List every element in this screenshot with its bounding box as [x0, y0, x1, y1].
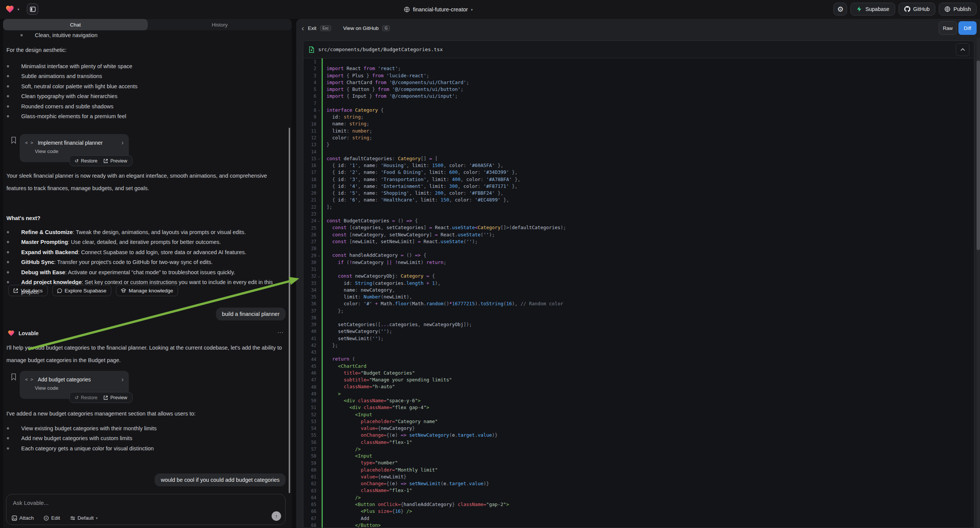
- bookmark-icon[interactable]: [11, 136, 17, 144]
- feature-bullets-list: View existing budget categories with the…: [0, 423, 281, 453]
- list-item: Debug with Ease: Activate our experiment…: [0, 267, 281, 277]
- lovable-heart-icon: [8, 329, 15, 337]
- code-line: 34 name: newCategory,: [304, 287, 974, 294]
- bookmark-icon[interactable]: [11, 373, 17, 381]
- code-line: 39 setCategories([...categories, newCate…: [304, 321, 974, 328]
- code-view-panel: ‹ Exit Esc View on GitHub G Raw Diff src…: [296, 19, 980, 528]
- list-item: Soft, neutral color palette with light b…: [0, 81, 281, 91]
- manage-knowledge-button[interactable]: Manage knowledge: [116, 285, 178, 296]
- restore-preview-toolbar: ↺ Restore Preview: [69, 155, 133, 166]
- project-switcher[interactable]: financial-future-creator ▾: [404, 0, 473, 19]
- github-button[interactable]: GitHub: [899, 3, 935, 16]
- code-line: 33 id: String(categories.length + 1),: [304, 280, 974, 287]
- restore-button[interactable]: ↺ Restore: [75, 158, 97, 164]
- code-line: 53 placeholder="Category name": [304, 418, 974, 425]
- view-on-github-link[interactable]: View on GitHub: [343, 25, 379, 31]
- tab-history[interactable]: History: [148, 19, 292, 30]
- gear-icon: ⚙: [837, 6, 844, 13]
- view-code-link[interactable]: View code: [35, 385, 129, 391]
- chat-tab-bar: Chat History: [3, 19, 292, 30]
- version-card-title: Implement financial planner: [38, 140, 117, 146]
- chat-panel: Chat History Clean, intuitive navigation…: [3, 19, 292, 528]
- project-caret-icon: ▾: [471, 8, 473, 12]
- send-button[interactable]: ↑: [272, 511, 281, 521]
- code-line: 2import React from 'react';: [304, 65, 974, 72]
- logo-menu-caret-icon[interactable]: ▾: [18, 7, 19, 11]
- chat-scrollbar-thumb[interactable]: [289, 128, 290, 493]
- chevron-left-icon[interactable]: ‹: [302, 24, 304, 32]
- visit-docs-button[interactable]: Visit docs: [8, 285, 48, 296]
- code-line: 35 limit: Number(newLimit),: [304, 294, 974, 301]
- assistant-summary: Your sleek financial planner is now read…: [6, 170, 281, 195]
- code-line: 65 <Button onClick={handleAddCategory} c…: [304, 501, 974, 508]
- external-link-icon: [13, 288, 18, 293]
- chat-composer[interactable]: Ask Lovable... Attach Edit Default ▾: [6, 494, 286, 525]
- message-menu-icon[interactable]: ⋯: [277, 329, 284, 336]
- explore-supabase-button[interactable]: Explore Supabase: [52, 285, 111, 296]
- code-line: 8⌄interface Category {: [304, 107, 974, 114]
- workspace-icon: [404, 6, 410, 13]
- code-icon: < >: [25, 140, 33, 145]
- code-line: 58 <Input: [304, 453, 974, 460]
- chevron-down-icon: ▾: [96, 516, 98, 520]
- view-code-link[interactable]: View code: [35, 148, 129, 154]
- design-bullets-list: Minimalist interface with plenty of whit…: [0, 61, 281, 121]
- mode-selector[interactable]: Default ▾: [70, 515, 98, 521]
- publish-button[interactable]: Publish: [939, 3, 977, 16]
- code-line: 46 title="Budget Categories": [304, 370, 974, 377]
- edit-button[interactable]: Edit: [44, 515, 60, 521]
- toggle-sidebar-button[interactable]: [27, 3, 38, 15]
- settings-button[interactable]: ⚙: [834, 3, 847, 16]
- code-line: 55 onChange={(e) => setNewCategory(e.tar…: [304, 432, 974, 439]
- attach-button[interactable]: Attach: [12, 515, 34, 521]
- github-icon: [904, 6, 910, 12]
- code-line: 50 <div className="space-y-6">: [304, 397, 974, 404]
- code-line: 30 if (!newCategory || !newLimit) return…: [304, 259, 974, 266]
- code-line: 54 value={newCategory}: [304, 425, 974, 432]
- code-line: 28: [304, 245, 974, 252]
- file-path: src/components/budget/BudgetCategories.t…: [318, 46, 443, 52]
- preview-button[interactable]: Preview: [103, 158, 127, 164]
- code-line: 15⌄const defaultCategories: Category[] =…: [304, 155, 974, 162]
- code-line: 62 onChange={(e) => setNewLimit(e.target…: [304, 480, 974, 487]
- code-line: 23: [304, 211, 974, 218]
- diff-toggle-button[interactable]: Diff: [958, 21, 977, 35]
- code-line: 48 className="h-auto": [304, 383, 974, 390]
- version-card-title: Add budget categories: [38, 377, 117, 383]
- g-kbd-badge: G: [382, 25, 390, 31]
- raw-toggle-button[interactable]: Raw: [939, 21, 957, 35]
- code-icon: < >: [25, 377, 33, 382]
- code-editor[interactable]: 12import React from 'react';3import { Pl…: [304, 58, 974, 528]
- code-line: 22];: [304, 204, 974, 211]
- lovable-logo-icon[interactable]: [5, 5, 14, 14]
- external-link-icon: [103, 159, 108, 163]
- code-line: 21 { id: '6', name: 'Healthcare', limit:…: [304, 197, 974, 204]
- restore-button[interactable]: ↺ Restore: [75, 395, 97, 400]
- list-item: Subtle animations and transitions: [0, 71, 281, 81]
- arrow-up-icon: ↑: [275, 513, 278, 519]
- code-line: 25 const [categories, setCategories] = R…: [304, 224, 974, 231]
- chevron-right-icon: ›: [122, 376, 124, 383]
- code-line: 7: [304, 100, 974, 107]
- editor-scrollbar-track[interactable]: [977, 38, 980, 528]
- tab-chat[interactable]: Chat: [3, 19, 148, 30]
- code-line: 29⌄ const handleAddCategory = () => {: [304, 252, 974, 259]
- preview-button[interactable]: Preview: [103, 395, 127, 400]
- code-line: 52 <Input: [304, 411, 974, 418]
- code-line: 67 Add: [304, 515, 974, 522]
- file-header[interactable]: src/components/budget/BudgetCategories.t…: [304, 41, 974, 58]
- supabase-button[interactable]: Supabase: [850, 3, 895, 16]
- code-line: 6import { Input } from '@/components/ui/…: [304, 93, 974, 100]
- code-line: 14: [304, 148, 974, 155]
- exit-button[interactable]: Exit: [308, 25, 317, 31]
- code-line: 36 color: '#' + Math.floor(Math.random()…: [304, 301, 974, 307]
- collapse-file-button[interactable]: [956, 43, 969, 56]
- list-item: Glass-morphic elements for a premium fee…: [0, 111, 281, 121]
- external-link-icon: [103, 396, 108, 400]
- code-line: 37 };: [304, 308, 974, 314]
- code-line: 59 type="number": [304, 460, 974, 466]
- code-line: 68 </Button>: [304, 522, 974, 528]
- code-line: 26 const [newCategory, setNewCategory] =…: [304, 231, 974, 238]
- assistant-message-2-intro: I'll help you add budget categories to t…: [6, 342, 283, 367]
- editor-scrollbar-thumb[interactable]: [977, 60, 980, 250]
